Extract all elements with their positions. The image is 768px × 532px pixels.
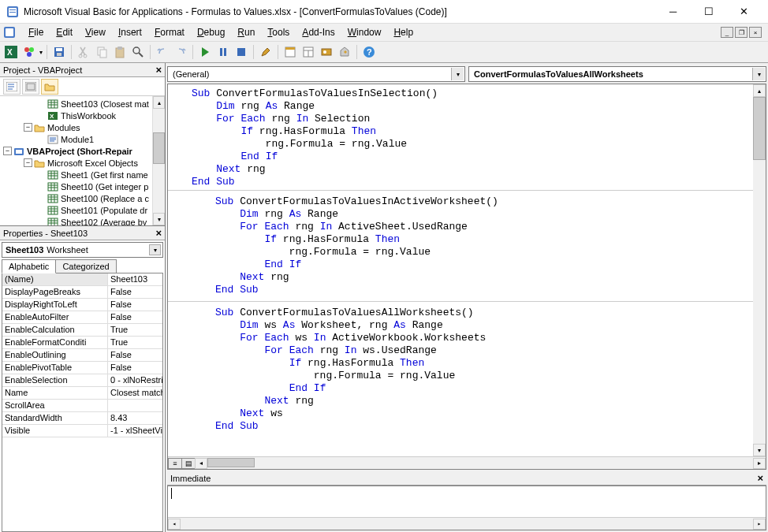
run-icon[interactable]	[197, 44, 213, 60]
dropdown-arrow-icon[interactable]: ▾	[149, 244, 161, 255]
redo-icon[interactable]	[173, 44, 188, 60]
tree-item[interactable]: Sheet102 (Average by	[0, 216, 165, 226]
scroll-left-icon[interactable]: ◂	[195, 458, 207, 469]
undo-icon[interactable]	[155, 44, 170, 60]
paste-icon[interactable]	[112, 44, 128, 60]
scroll-thumb[interactable]	[753, 97, 766, 160]
property-value[interactable]: True	[108, 324, 162, 336]
tab-alphabetic[interactable]: Alphabetic	[2, 259, 56, 273]
mdi-minimize-button[interactable]: _	[721, 27, 733, 38]
scroll-thumb[interactable]	[153, 132, 165, 164]
tree-item[interactable]: Module1	[0, 133, 165, 145]
property-row[interactable]: EnableOutliningFalse	[2, 349, 162, 362]
property-row[interactable]: EnableAutoFilterFalse	[2, 311, 162, 324]
property-value[interactable]: 0 - xlNoRestrictions	[108, 374, 162, 386]
immediate-window[interactable]: ◂ ▸	[167, 485, 766, 530]
dropdown-arrow-icon[interactable]: ▾	[451, 68, 464, 80]
tree-item[interactable]: XThisWorkbook	[0, 110, 165, 121]
scroll-down-icon[interactable]: ▾	[753, 444, 766, 456]
scroll-right-icon[interactable]: ▸	[753, 519, 766, 530]
code-editor[interactable]: Sub ConvertFormulasToValuesInSelection()…	[167, 84, 766, 470]
menu-insert[interactable]: Insert	[112, 25, 148, 39]
tree-item[interactable]: −Modules	[0, 121, 165, 133]
tree-toggle-icon[interactable]: −	[3, 147, 12, 155]
scroll-left-icon[interactable]: ◂	[168, 519, 181, 530]
scroll-thumb[interactable]	[207, 458, 255, 467]
copy-icon[interactable]	[94, 44, 110, 60]
properties-panel-close-icon[interactable]: ×	[155, 227, 162, 239]
properties-object-selector[interactable]: Sheet103 Worksheet ▾	[2, 242, 163, 258]
project-panel-close-icon[interactable]: ×	[155, 64, 162, 76]
break-icon[interactable]	[215, 44, 231, 60]
tree-toggle-icon[interactable]: −	[24, 158, 32, 167]
menu-view[interactable]: View	[79, 25, 112, 39]
property-row[interactable]: NameClosest match	[2, 387, 162, 400]
property-value[interactable]: False	[108, 349, 162, 361]
maximize-button[interactable]: ☐	[691, 1, 726, 23]
scroll-right-icon[interactable]: ▸	[753, 458, 766, 469]
menu-window[interactable]: Window	[341, 25, 388, 39]
full-module-view-icon[interactable]: ▤	[181, 458, 196, 469]
property-value[interactable]: True	[108, 337, 162, 348]
property-row[interactable]: StandardWidth8.43	[2, 412, 162, 425]
code-vscrollbar[interactable]: ▴ ▾	[753, 84, 766, 456]
insert-dropdown-icon[interactable]	[21, 44, 37, 60]
project-tree-scrollbar[interactable]: ▴ ▾	[152, 96, 165, 225]
dropdown-arrow-icon[interactable]: ▾	[752, 68, 765, 80]
scroll-down-icon[interactable]: ▾	[153, 213, 165, 225]
property-row[interactable]: EnableFormatConditiTrue	[2, 337, 162, 349]
tree-toggle-icon[interactable]: −	[24, 123, 32, 132]
code-hscrollbar[interactable]: ◂ ▸	[195, 458, 766, 469]
tab-categorized[interactable]: Categorized	[55, 259, 116, 273]
view-code-icon[interactable]	[3, 79, 21, 95]
cut-icon[interactable]	[76, 44, 91, 60]
object-dropdown[interactable]: (General) ▾	[167, 66, 465, 82]
procedure-view-icon[interactable]: ≡	[168, 458, 182, 469]
menu-tools[interactable]: Tools	[261, 25, 296, 39]
menu-add-ins[interactable]: Add-Ins	[296, 25, 341, 39]
close-button[interactable]: ✕	[726, 1, 762, 23]
menu-format[interactable]: Format	[148, 25, 191, 39]
reset-icon[interactable]	[233, 44, 249, 60]
save-icon[interactable]	[51, 44, 67, 60]
property-row[interactable]: DisplayRightToLeftFalse	[2, 299, 162, 311]
property-row[interactable]: EnableSelection0 - xlNoRestrictions	[2, 374, 162, 387]
minimize-button[interactable]: ─	[655, 1, 691, 23]
properties-grid[interactable]: (Name)Sheet103DisplayPageBreaksFalseDisp…	[2, 273, 163, 532]
properties-window-icon[interactable]	[300, 44, 316, 60]
design-mode-icon[interactable]	[258, 44, 274, 60]
tree-item[interactable]: Sheet1 (Get first name	[0, 169, 165, 180]
property-value[interactable]: Closest match	[108, 387, 162, 399]
toggle-folders-icon[interactable]	[41, 79, 58, 95]
view-excel-icon[interactable]: X	[3, 44, 19, 60]
property-row[interactable]: ScrollArea	[2, 400, 162, 412]
property-value[interactable]: False	[108, 299, 162, 311]
immediate-panel-close-icon[interactable]: ×	[757, 472, 763, 484]
scroll-up-icon[interactable]: ▴	[153, 96, 165, 109]
help-icon[interactable]: ?	[361, 44, 377, 60]
tree-item[interactable]: Sheet101 (Populate dr	[0, 204, 165, 216]
tree-item[interactable]: −Microsoft Excel Objects	[0, 157, 165, 169]
property-row[interactable]: (Name)Sheet103	[2, 273, 162, 286]
mdi-restore-button[interactable]: ❐	[735, 27, 747, 38]
scroll-up-icon[interactable]: ▴	[753, 84, 766, 97]
project-tree[interactable]: Sheet103 (Closest matXThisWorkbook−Modul…	[0, 96, 165, 226]
menu-file[interactable]: File	[22, 25, 50, 39]
property-row[interactable]: Visible-1 - xlSheetVisible	[2, 425, 162, 437]
project-explorer-icon[interactable]	[282, 44, 298, 60]
menu-edit[interactable]: Edit	[50, 25, 79, 39]
tree-item[interactable]: Sheet10 (Get integer p	[0, 180, 165, 192]
tree-item[interactable]: Sheet100 (Replace a c	[0, 192, 165, 204]
property-value[interactable]: Sheet103	[108, 273, 162, 285]
menu-run[interactable]: Run	[231, 25, 261, 39]
property-value[interactable]: False	[108, 311, 162, 323]
object-browser-icon[interactable]	[319, 44, 334, 60]
property-value[interactable]: False	[108, 362, 162, 374]
immediate-hscrollbar[interactable]: ◂ ▸	[168, 517, 766, 530]
mdi-close-button[interactable]: ×	[749, 27, 762, 38]
procedure-dropdown[interactable]: ConvertFormulasToValuesAllWorksheets ▾	[468, 66, 766, 82]
property-value[interactable]	[108, 400, 162, 411]
tree-item[interactable]: Sheet103 (Closest mat	[0, 98, 165, 110]
menu-debug[interactable]: Debug	[191, 25, 231, 39]
property-value[interactable]: -1 - xlSheetVisible	[108, 425, 162, 437]
